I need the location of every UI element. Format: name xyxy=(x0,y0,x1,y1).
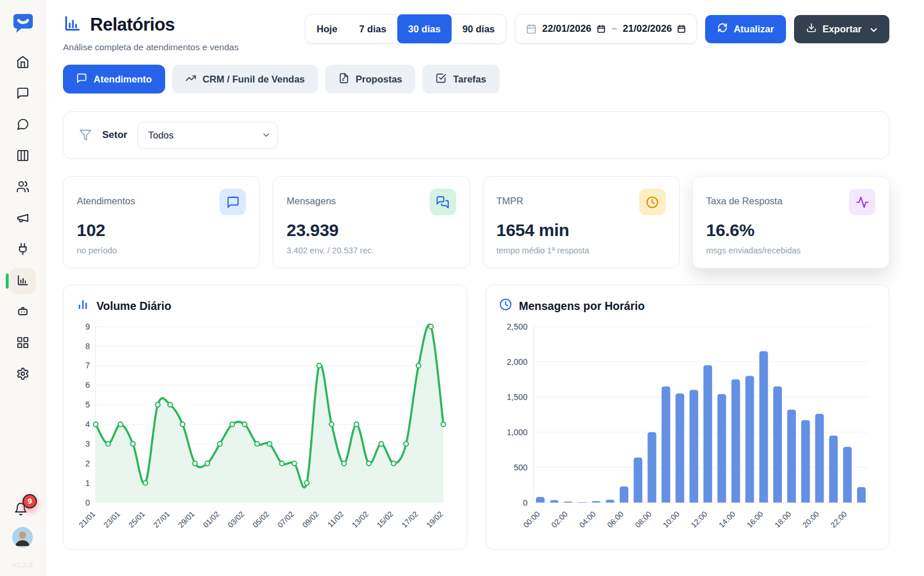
date-to-value[interactable]: 21/02/2026 xyxy=(623,23,672,35)
sidebar: 9 v1.2.8 xyxy=(0,0,46,576)
megaphone-icon xyxy=(16,211,29,227)
kpi-cards: Atendimentos 102 no período Mensagens 23… xyxy=(63,176,889,268)
kpi-title: Atendimentos xyxy=(77,189,135,207)
kpi-subtitle: msgs enviadas/recebidas xyxy=(706,246,875,255)
trending-up-icon xyxy=(185,73,196,86)
sidebar-item-bot[interactable] xyxy=(9,299,36,326)
export-button[interactable]: Exportar xyxy=(794,15,889,43)
tab-atendimento[interactable]: Atendimento xyxy=(63,65,165,93)
svg-text:4: 4 xyxy=(85,420,90,429)
range-segmented-control: Hoje 7 dias 30 dias 90 dias xyxy=(305,14,506,44)
sidebar-item-home[interactable] xyxy=(9,50,36,76)
kpi-value: 16.6% xyxy=(706,220,875,240)
svg-text:03/02: 03/02 xyxy=(226,510,246,529)
svg-text:06:00: 06:00 xyxy=(605,510,625,529)
sidebar-item-chats[interactable] xyxy=(9,112,36,139)
sector-select[interactable]: Todos xyxy=(137,122,278,149)
kpi-atendimentos: Atendimentos 102 no período xyxy=(63,176,260,268)
svg-text:2,500: 2,500 xyxy=(506,322,527,331)
header-controls: Hoje 7 dias 30 dias 90 dias 22/01/2026 –… xyxy=(305,14,889,44)
svg-text:0: 0 xyxy=(523,498,527,507)
export-label: Exportar xyxy=(822,24,862,35)
kpi-title: Taxa de Resposta xyxy=(706,189,783,207)
date-from-value[interactable]: 22/01/2026 xyxy=(542,23,591,35)
svg-text:07/02: 07/02 xyxy=(276,510,296,529)
svg-text:13/02: 13/02 xyxy=(351,510,370,529)
range-hoje-button[interactable]: Hoje xyxy=(305,14,348,43)
sidebar-item-settings[interactable] xyxy=(9,361,36,388)
mensagens-horario-card: Mensagens por Horário 05001,0001,5002,00… xyxy=(486,285,890,550)
svg-text:02:00: 02:00 xyxy=(549,510,569,529)
sidebar-item-apps[interactable] xyxy=(9,330,36,357)
kpi-title: Mensagens xyxy=(286,189,336,207)
svg-text:27/01: 27/01 xyxy=(152,510,172,529)
svg-text:20:00: 20:00 xyxy=(800,510,820,529)
svg-text:00:00: 00:00 xyxy=(521,510,541,529)
svg-text:11/02: 11/02 xyxy=(326,510,345,529)
app-version: v1.2.8 xyxy=(12,558,33,569)
sidebar-item-conversations[interactable] xyxy=(9,81,36,107)
sidebar-item-integrations[interactable] xyxy=(9,237,36,263)
message-circle-icon xyxy=(16,118,29,133)
activity-icon xyxy=(849,189,875,215)
svg-text:0: 0 xyxy=(85,498,90,507)
date-to-picker-icon[interactable] xyxy=(677,24,686,33)
svg-text:5: 5 xyxy=(85,400,90,409)
sidebar-item-contacts[interactable] xyxy=(9,174,36,201)
kpi-subtitle: 3.402 env. / 20.537 rec. xyxy=(286,246,456,255)
chart-title: Mensagens por Horário xyxy=(519,300,645,313)
svg-text:1,500: 1,500 xyxy=(506,392,527,402)
main-content: Relatórios Análise completa de atendimen… xyxy=(46,0,924,576)
svg-text:1: 1 xyxy=(85,478,90,488)
kpi-title: TMPR xyxy=(497,189,524,207)
download-icon xyxy=(806,23,817,35)
clock-icon xyxy=(499,298,512,314)
svg-text:22:00: 22:00 xyxy=(829,510,848,529)
app-root: 9 v1.2.8 Relatórios Análise completa de … xyxy=(0,0,924,576)
notifications-button[interactable]: 9 xyxy=(14,499,31,517)
svg-text:3: 3 xyxy=(85,439,90,448)
volume-diario-card: Volume Diário 012345678921/0123/0125/012… xyxy=(63,285,467,550)
svg-text:2: 2 xyxy=(85,459,90,468)
bar-chart-mini-icon xyxy=(76,298,90,314)
avatar[interactable] xyxy=(12,527,33,548)
bot-icon xyxy=(16,305,29,320)
bar-chart-icon xyxy=(16,274,29,289)
range-30dias-button[interactable]: 30 dias xyxy=(397,14,452,43)
svg-text:19/02: 19/02 xyxy=(425,510,445,529)
date-from-picker-icon[interactable] xyxy=(597,24,606,33)
refresh-icon xyxy=(717,23,728,35)
sidebar-item-kanban[interactable] xyxy=(9,143,36,170)
check-square-icon xyxy=(435,73,446,86)
svg-text:12:00: 12:00 xyxy=(689,510,709,529)
volume-diario-chart[interactable]: 012345678921/0123/0125/0127/0129/0101/02… xyxy=(76,316,454,540)
tab-tarefas[interactable]: Tarefas xyxy=(422,65,499,93)
sidebar-item-campaigns[interactable] xyxy=(9,205,36,232)
reports-icon xyxy=(63,14,82,35)
users-icon xyxy=(16,180,29,196)
sector-filter-label: Setor xyxy=(102,129,127,141)
range-7dias-button[interactable]: 7 dias xyxy=(348,14,397,43)
message-square-icon xyxy=(16,87,29,102)
clock-icon xyxy=(639,189,666,215)
svg-text:04:00: 04:00 xyxy=(578,510,597,529)
app-logo[interactable] xyxy=(10,12,35,36)
kpi-mensagens: Mensagens 23.939 3.402 env. / 20.537 rec… xyxy=(273,176,470,268)
svg-text:7: 7 xyxy=(85,361,90,370)
mensagens-horario-chart[interactable]: 05001,0001,5002,0002,50000:0002:0004:000… xyxy=(499,316,877,540)
tab-crm-funil[interactable]: CRM / Funil de Vendas xyxy=(172,65,318,93)
svg-text:10:00: 10:00 xyxy=(661,510,681,529)
tab-label: Atendimento xyxy=(94,74,152,85)
refresh-label: Atualizar xyxy=(733,24,774,35)
tab-propostas[interactable]: Propostas xyxy=(325,65,416,93)
home-icon xyxy=(16,55,29,71)
range-90dias-button[interactable]: 90 dias xyxy=(452,14,506,43)
message-square-icon xyxy=(76,73,87,86)
svg-text:25/01: 25/01 xyxy=(127,510,147,529)
chart-title: Volume Diário xyxy=(96,300,172,313)
message-square-icon xyxy=(219,189,246,215)
tab-label: CRM / Funil de Vendas xyxy=(203,74,305,85)
sidebar-item-reports[interactable] xyxy=(9,268,36,294)
refresh-button[interactable]: Atualizar xyxy=(705,15,786,43)
date-separator: – xyxy=(611,23,617,35)
